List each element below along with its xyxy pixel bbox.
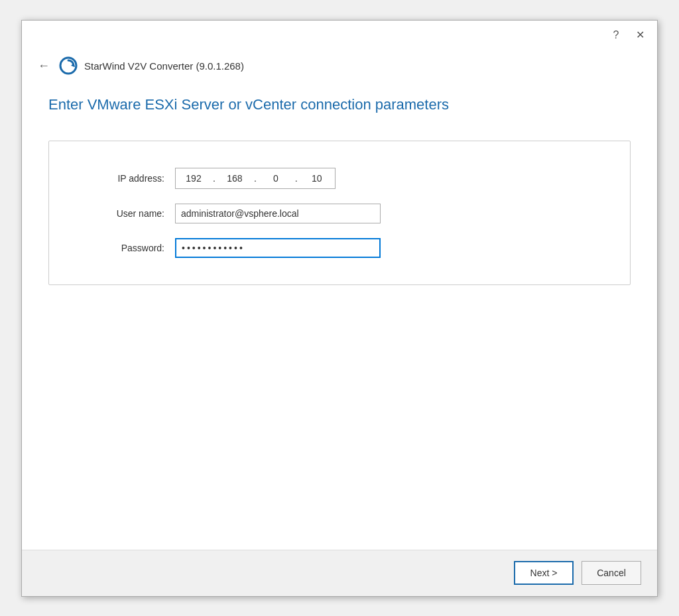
ip-octet2-input[interactable] [217,168,253,188]
title-bar: ? ✕ [22,21,657,50]
title-bar-controls: ? ✕ [607,26,649,44]
app-logo-icon [59,56,78,75]
ip-octet3-input[interactable] [258,168,294,188]
ip-address-group: . . . [175,168,336,189]
help-button[interactable]: ? [607,26,625,44]
cancel-button[interactable]: Cancel [582,561,641,585]
back-button[interactable]: ← [35,56,52,76]
next-button[interactable]: Next > [514,561,574,585]
password-input[interactable] [175,238,381,258]
form-panel: IP address: . . . User name: Password: [48,141,631,285]
footer: Next > Cancel [22,550,657,596]
ip-octet4-input[interactable] [299,168,335,188]
username-label: User name: [89,208,175,219]
ip-dot-2: . [253,173,258,184]
app-header: ← StarWind V2V Converter (9.0.1.268) [22,50,657,76]
ip-dot-3: . [294,173,299,184]
ip-dot-1: . [212,173,217,184]
username-row: User name: [89,204,590,223]
close-button[interactable]: ✕ [631,26,649,44]
password-row: Password: [89,238,590,258]
main-window: ? ✕ ← StarWind V2V Converter (9.0.1.268)… [21,20,658,597]
page-heading: Enter VMware ESXi Server or vCenter conn… [48,95,631,115]
ip-address-row: IP address: . . . [89,168,590,189]
password-label: Password: [89,243,175,253]
content-area: Enter VMware ESXi Server or vCenter conn… [22,76,657,550]
app-title: StarWind V2V Converter (9.0.1.268) [84,60,244,72]
username-input[interactable] [175,204,381,223]
ip-octet1-input[interactable] [176,168,212,188]
ip-label: IP address: [89,173,175,184]
